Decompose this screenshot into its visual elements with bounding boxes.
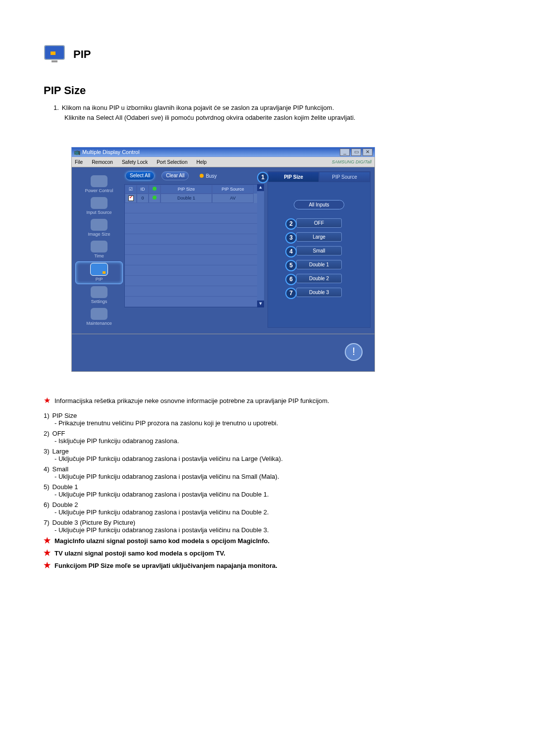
intro-text: 1. Klikom na ikonu PIP u izborniku glavn… bbox=[54, 103, 491, 122]
empty-row bbox=[125, 245, 258, 255]
nav-settings[interactable]: Settings bbox=[76, 285, 122, 306]
nav-power-control[interactable]: Power Control bbox=[76, 174, 122, 195]
status-icon bbox=[153, 187, 157, 191]
right-panel: 1 PIP Size PIP Source All Inputs 2 OFF 3… bbox=[268, 171, 371, 328]
table-row[interactable]: 0 Double 1 AV bbox=[125, 194, 258, 203]
col-pipsize: PIP Size bbox=[160, 185, 212, 194]
scroll-up-icon[interactable]: ▲ bbox=[257, 184, 264, 191]
notes-section: ★ Informacijska rešetka prikazuje neke o… bbox=[44, 397, 491, 570]
row-status-icon bbox=[153, 196, 157, 200]
left-nav: Power Control Input Source Image Size Ti… bbox=[76, 171, 122, 328]
menu-safetylock[interactable]: Safety Lock bbox=[122, 159, 148, 165]
display-grid: ☑ ID PIP Size PIP Source 0 Double 1 AV bbox=[124, 184, 264, 307]
empty-row bbox=[125, 224, 258, 234]
row-source: AV bbox=[212, 194, 254, 203]
menu-help[interactable]: Help bbox=[196, 159, 207, 165]
svg-rect-2 bbox=[52, 60, 57, 62]
note-item-3: 3)Large - Uključuje PIP funkciju odabran… bbox=[44, 448, 491, 462]
nav-pip[interactable]: PIP bbox=[75, 261, 123, 284]
nav-maintenance[interactable]: Maintenance bbox=[76, 307, 122, 328]
empty-row bbox=[125, 255, 258, 265]
clear-all-button[interactable]: Clear All bbox=[161, 171, 189, 180]
opt-small[interactable]: Small bbox=[296, 246, 342, 255]
empty-row bbox=[125, 213, 258, 224]
grid-header: ☑ ID PIP Size PIP Source bbox=[125, 185, 258, 194]
note-intro: Informacijska rešetka prikazuje neke osn… bbox=[54, 397, 329, 406]
page-title: PIP bbox=[73, 48, 91, 61]
star-icon: ★ bbox=[44, 397, 51, 404]
bold-note-2: TV ulazni signal postoji samo kod modela… bbox=[54, 549, 225, 558]
maximize-button[interactable]: ▭ bbox=[351, 149, 361, 156]
nav-time[interactable]: Time bbox=[76, 240, 122, 260]
window-titlebar: 📺 Multiple Display Control _ ▭ ✕ bbox=[71, 147, 375, 157]
all-inputs-label: All Inputs bbox=[294, 200, 344, 209]
menu-portselection[interactable]: Port Selection bbox=[157, 159, 187, 165]
empty-row bbox=[125, 234, 258, 245]
col-status bbox=[149, 185, 160, 194]
opt-large[interactable]: Large bbox=[296, 232, 342, 242]
callout-2: 2 bbox=[285, 218, 297, 230]
empty-row bbox=[125, 265, 258, 276]
star-icon: ★ bbox=[44, 561, 51, 569]
star-icon: ★ bbox=[44, 549, 51, 557]
section-title: PIP Size bbox=[44, 84, 491, 97]
row-size: Double 1 bbox=[160, 194, 212, 203]
callout-5: 5 bbox=[285, 260, 297, 271]
empty-row bbox=[125, 297, 258, 307]
close-button[interactable]: ✕ bbox=[363, 149, 373, 156]
busy-dot-icon bbox=[200, 174, 204, 178]
callout-7: 7 bbox=[285, 288, 297, 299]
monitor-icon bbox=[44, 45, 67, 64]
minimize-button[interactable]: _ bbox=[340, 149, 350, 156]
callout-1: 1 bbox=[257, 172, 268, 183]
menu-file[interactable]: File bbox=[75, 159, 83, 165]
opt-double3[interactable]: Double 3 bbox=[296, 288, 342, 297]
nav-input-source[interactable]: Input Source bbox=[76, 196, 122, 217]
opt-double1[interactable]: Double 1 bbox=[296, 260, 342, 269]
page-header: PIP bbox=[44, 45, 491, 64]
col-pipsource: PIP Source bbox=[212, 185, 254, 194]
star-icon: ★ bbox=[44, 537, 51, 545]
menu-remocon[interactable]: Remocon bbox=[92, 159, 113, 165]
intro-line1: Klikom na ikonu PIP u izborniku glavnih … bbox=[62, 103, 334, 113]
row-id: 0 bbox=[137, 194, 149, 203]
note-item-4: 4)Small - Uključuje PIP funkciju odabran… bbox=[44, 465, 491, 480]
intro-line2: Kliknite na Select All (Odaberi sve) ili… bbox=[64, 113, 491, 123]
note-item-6: 6)Double 2 - Uključuje PIP funkciju odab… bbox=[44, 501, 491, 516]
menu-bar: File Remocon Safety Lock Port Selection … bbox=[71, 157, 375, 167]
center-panel: Select All Clear All Busy ☑ ID PIP Size … bbox=[124, 171, 266, 328]
row-checkbox[interactable] bbox=[128, 196, 134, 201]
col-checkbox[interactable]: ☑ bbox=[125, 185, 137, 194]
brand-label: SAMSUNG DIGITall bbox=[332, 159, 372, 164]
opt-double2[interactable]: Double 2 bbox=[296, 274, 342, 283]
grid-scrollbar[interactable]: ▲ ▼ bbox=[257, 184, 264, 307]
empty-row bbox=[125, 203, 258, 213]
bold-note-1: MagicInfo ulazni signal postoji samo kod… bbox=[54, 537, 269, 546]
select-all-button[interactable]: Select All bbox=[125, 171, 155, 180]
callout-4: 4 bbox=[285, 246, 297, 257]
callout-6: 6 bbox=[285, 274, 297, 285]
app-screenshot: 📺 Multiple Display Control _ ▭ ✕ File Re… bbox=[71, 147, 375, 372]
intro-number: 1. bbox=[54, 103, 59, 113]
info-icon: ! bbox=[345, 343, 363, 361]
empty-row bbox=[125, 276, 258, 286]
note-item-7: 7)Double 3 (Picture By Picture) - Uključ… bbox=[44, 519, 491, 534]
bold-note-3: Funkcijom PIP Size moľe se upravljati uk… bbox=[54, 561, 277, 571]
nav-image-size[interactable]: Image Size bbox=[76, 218, 122, 239]
empty-row bbox=[125, 286, 258, 297]
scroll-down-icon[interactable]: ▼ bbox=[257, 301, 264, 307]
window-title: Multiple Display Control bbox=[82, 149, 140, 155]
busy-indicator: Busy bbox=[200, 173, 216, 179]
opt-off[interactable]: OFF bbox=[296, 218, 342, 228]
callout-3: 3 bbox=[285, 232, 297, 244]
col-id: ID bbox=[137, 185, 149, 194]
svg-rect-1 bbox=[51, 51, 55, 55]
note-item-2: 2)OFF - Isključuje PIP funkciju odabrano… bbox=[44, 430, 491, 445]
tab-pipsource[interactable]: PIP Source bbox=[319, 172, 370, 182]
tab-pipsize[interactable]: PIP Size bbox=[268, 172, 319, 182]
note-item-5: 5)Double 1 - Uključuje PIP funkciju odab… bbox=[44, 483, 491, 498]
note-item-1: 1)PIP Size - Prikazuje trenutnu veličinu… bbox=[44, 412, 491, 427]
